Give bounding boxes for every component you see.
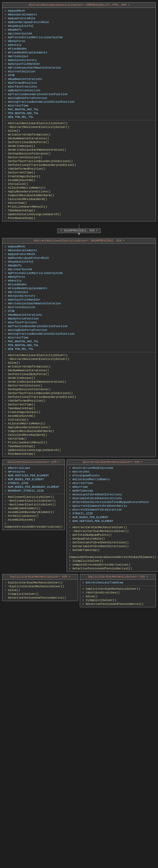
incompressible-methods-section: AbstractNonlinearElasticitySolver() ~Abs…	[2, 352, 156, 457]
ac-field-NUM_NODES_PER_ELEMENT: NUM_NODES_PER_ELEMENT	[69, 516, 156, 519]
field-mpTractionBoundaryConditionFunction: mpTractionBoundaryConditionFunction	[5, 92, 153, 96]
inc-field-mNumNewtonIterations: mNumNewtonIterations	[5, 313, 153, 317]
field-mFixedNodeDisplacements: mFixedNodeDisplacements	[5, 51, 153, 55]
inc-field-mOutputDirectory: mOutputDirectory	[5, 294, 153, 298]
field-mSurfaceTractions: mSurfaceTractions	[5, 85, 153, 89]
nl-field-NUM_NODES_PER_BOUNDARY_ELEMENT: NUM_NODES_PER_BOUNDARY_ELEMENT	[5, 485, 63, 489]
field-mBodyForce: mBodyForce	[5, 39, 153, 43]
abstract-cardiac-methods-section: AbstractCardiacMechanicsSolver() ~Abstra…	[67, 524, 158, 571]
nl-field-BOUNDARY_STENCIL_SIZE: BOUNDARY_STENCIL_SIZE	[5, 489, 63, 493]
explicit-methods-section: ExplicitCardiacMechanicsSolver() ~Explic…	[2, 580, 78, 601]
method-PostNewtonStep: PostNewtonStep()	[5, 216, 153, 220]
inc-field-mpQuadMesh: mpQuadMesh	[5, 245, 153, 248]
exp-method-Solve: Solve()	[5, 588, 76, 592]
implicit-fields-section: mStretchesLastTimeStep	[80, 580, 156, 586]
inc-method-WriteCurrentDeformation: WriteCurrentDeformation()	[5, 365, 153, 369]
inc-method-dtor: ~AbstractNonlinearElasticitySolver()	[5, 357, 153, 361]
abstract-cardiac-box-header: AbstractCardiacMechanicsSolver< DIM >	[67, 460, 158, 465]
inc-method-ctor: AbstractNonlinearElasticitySolver()	[5, 353, 153, 357]
field-mNumNewtonIterations: mNumNewtonIterations	[5, 77, 153, 81]
imp-method-IsImplicitSolver: IsImplicitSolver()	[82, 598, 153, 602]
explicit-cardiac-box: ExplicitCardiacMechanicsSolver< DIM > Ex…	[2, 574, 78, 601]
bottom-row: ExplicitCardiacMechanicsSolver< DIM > Ex…	[2, 574, 156, 607]
arrow-head-1	[78, 233, 80, 235]
inc-field-mCurrentSolution: mCurrentSolution	[5, 305, 153, 309]
field-MAX_NEWTON_ABS_TOL: MAX_NEWTON_ABS_TOL	[5, 107, 153, 112]
inc-method-SetSurfaceTractionBoundaryConditions: SetSurfaceTractionBoundaryConditions()	[5, 391, 153, 395]
field-mpOutputFileHandler: mpOutputFileHandler	[5, 62, 153, 66]
diagram-container: AbstractNonlinearElasticitySolver< COMPR…	[0, 0, 158, 610]
inc-method-AllocateMatrixMemory: AllocateMatrixMemory()	[5, 422, 153, 426]
method-SetSurfaceTractionBoundaryConditions: SetSurfaceTractionBoundaryConditions()	[5, 159, 153, 163]
method-AssembleSystem: AssembleSystem()	[5, 178, 153, 182]
ac-method-dtor: ~AbstractCardiacMechanicsSolver()	[69, 529, 156, 533]
field-mpPreconditionMatrixLinearSystem: mpPreconditionMatrixLinearSystem	[5, 35, 153, 39]
ac-field-NUM_VERTICES_PER_ELEMENT: NUM_VERTICES_PER_ELEMENT	[69, 519, 156, 523]
ac-field-mFibreSheetDirectionsDefinedByQuadraturePoint: mFibreSheetDirectionsDefinedByQuadrature…	[69, 500, 156, 504]
incompressible-label: < INCOMPRESSIBLE, DIM >	[57, 228, 101, 233]
field-mBoundaryElements: mBoundaryElements	[5, 13, 153, 17]
inc-field-MAX_NEWTON_ABS_TOL: MAX_NEWTON_ABS_TOL	[5, 340, 153, 343]
nl-field-NUM_VERTICES_PER_ELEMENT: NUM_VERTICES_PER_ELEMENT	[5, 474, 63, 477]
method-SetKspAbsoluteTolerance: SetKspAbsoluteTolerance()	[5, 152, 153, 156]
method-Initialise: Initialise()	[5, 182, 153, 186]
method-VectorSum: VectorSum()	[5, 201, 153, 205]
imp-method-GetActiveTensionAndTensionDerivs: GetActiveTensionAndTensionDerivs()	[82, 602, 153, 606]
incompressible-box-header: AbstractNonlinearElasticitySolver< INCOM…	[2, 238, 156, 244]
field-mCurrentTime: mCurrentTime	[5, 104, 153, 107]
inc-method-ComputeResidualAndGetNorm: ComputeResidualAndGetNorm()	[5, 429, 153, 433]
nl-method-ComputeStressAndStressDerivative: ComputeStressAndStressDerivative()	[5, 522, 63, 529]
inc-method-AssembleSystem: AssembleSystem()	[5, 414, 153, 418]
inc-field-mBodyForce: mBodyForce	[5, 275, 153, 279]
inc-method-ApplyBoundaryConditions: ApplyBoundaryConditions()	[5, 426, 153, 429]
exp-method-IsImplicitSolver: IsImplicitSolver()	[5, 592, 76, 596]
inheritance-arrow-1: < INCOMPRESSIBLE, DIM >	[2, 224, 156, 236]
incompressible-fields-section: mpQuadMesh mBoundaryElements mpQuadratur…	[2, 244, 156, 352]
ac-field-mNextTime: mNextTime	[69, 485, 156, 489]
exp-method-GetActiveTensionAndTensionDerivs: GetActiveTensionAndTensionDerivs()	[5, 596, 76, 600]
inc-field-mBoundaryElements: mBoundaryElements	[5, 248, 153, 252]
compressibility-methods-section: AbstractNonlinearElasticitySolver() ~Abs…	[2, 120, 156, 221]
compressibility-fields-section: mpQuadMesh mBoundaryElements mpQuadratur…	[2, 8, 156, 120]
implicit-methods-section: ImplicitCardiacMechanicsSolver() rGetFib…	[80, 586, 156, 607]
ac-field-mpCurrentElementFibreSheetMatrix: mpCurrentElementFibreSheetMatrix	[69, 504, 156, 508]
inc-method-SetKspAbsoluteTolerance: SetKspAbsoluteTolerance()	[5, 388, 153, 391]
abstract-cardiac-box: AbstractCardiacMechanicsSolver< DIM > mC…	[67, 459, 158, 572]
method-UpdateSolutionUsingLineSearch: UpdateSolutionUsingLineSearch()	[5, 213, 153, 216]
method-SetFunctionalTractionBoundaryCondition: SetFunctionalTractionBoundaryCondition()	[5, 163, 153, 167]
inc-field-mFixedNodeDisplacements: mFixedNodeDisplacements	[5, 286, 153, 290]
inc-field-mDensity: mDensity	[5, 279, 153, 283]
inc-field-mBodyForceFunction: mBodyForceFunction	[5, 317, 153, 320]
method-GetCurrentSolution: GetCurrentSolution()	[5, 156, 153, 159]
inc-field-mFixedNodes: mFixedNodes	[5, 283, 153, 286]
field-mCurrentSolution: mCurrentSolution	[5, 70, 153, 73]
inc-field-mpQuadratureRule: mpQuadratureRule	[5, 252, 153, 256]
inc-field-mpBoundaryQuadratureRule: mpBoundaryQuadratureRule	[5, 256, 153, 260]
inc-field-NEW_TON_REL_TOL: NEW_TON_REL_TOL	[5, 347, 153, 351]
inc-field-mKspAbsoluteTol: mKspAbsoluteTol	[5, 260, 153, 264]
inc-field-MIN_NEWTON_ABS_TOL: MIN_NEWTON_ABS_TOL	[5, 343, 153, 347]
nl-method-AssembleOnBoundaryElement: AssembleOnBoundaryElement()	[5, 510, 63, 514]
inc-method-SetFunctionalTractionBoundaryCondition: SetFunctionalTractionBoundaryCondition()	[5, 395, 153, 399]
ac-method-ComputeStressAndStressDerivative: ComputeStressAndStressDerivative()	[69, 563, 156, 567]
nl-method-ctor: NonlinearElasticitySolver()	[5, 495, 63, 499]
method-TakeNewtonStep: TakeNewtonStep()	[5, 209, 153, 213]
method-ApplyBoundaryConditions: ApplyBoundaryConditions()	[5, 190, 153, 193]
inc-field-mNumDofs: mNumDofs	[5, 264, 153, 268]
ac-method-ctor: AbstractCardiacMechanicsSolver()	[69, 525, 156, 529]
inc-method-SetWriteOutput: SetWriteOutput()	[5, 376, 153, 380]
method-PrintLineSearchResult: PrintLineSearchResult()	[5, 205, 153, 209]
method-SetCurrentTime: SetCurrentTime()	[5, 171, 153, 175]
field-mpQuadratureRule: mpQuadratureRule	[5, 17, 153, 20]
arrow-shaft-1	[79, 224, 79, 228]
exp-method-dtor: ~ExplicitCardiacMechanicsSolver()	[5, 585, 76, 588]
field-mFixedNodes: mFixedNodes	[5, 47, 153, 51]
abstract-cardiac-fields-section: mContractionModelSystems mStretches mTot…	[67, 465, 158, 524]
method-SetWriteOutput: SetWriteOutput()	[5, 144, 153, 148]
ac-method-GetActiveTensionAndTensionDerivsI: GetActiveTensionAndTensionDerivsI()	[69, 567, 156, 570]
ac-method-ComputeDeformationGradientAndStretchInEachElement: ComputeDeformationGradientAndStretchInEa…	[69, 552, 156, 559]
inc-method-Initialise: Initialise()	[5, 418, 153, 422]
field-mpOutputDirectory: mpOutputDirectory	[5, 58, 153, 62]
inc-method-CreateCmguiOutput: CreateCmguiOutput()	[5, 410, 153, 414]
nl-method-FormInitialGuess: FormInitialGuess()	[5, 514, 63, 518]
